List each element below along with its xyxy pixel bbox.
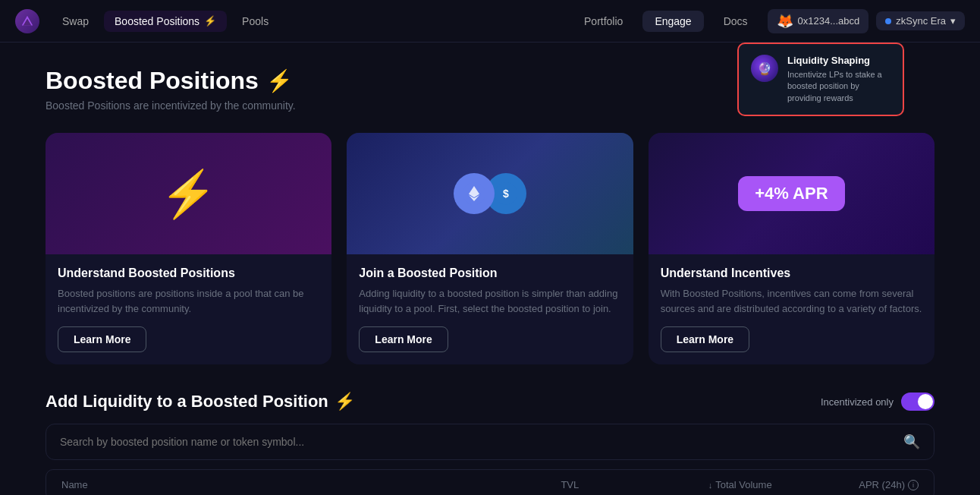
nav-pools[interactable]: Pools bbox=[231, 11, 279, 32]
navbar: Swap Boosted Positions ⚡ Pools Portfolio… bbox=[0, 0, 980, 43]
col-name-header: Name bbox=[61, 479, 432, 490]
col-tvl-header: TVL bbox=[440, 479, 579, 490]
card-incentives-desc: With Boosted Positions, incentives can c… bbox=[661, 286, 922, 316]
liquidity-shaping-tooltip: 🔮 Liquidity Shaping Incentivize LPs to s… bbox=[737, 43, 904, 116]
col-apr-header: APR (24h) i bbox=[780, 479, 919, 490]
card-join-desc: Adding liquidity to a boosted position i… bbox=[359, 286, 620, 316]
apr-badge: +4% APR bbox=[738, 176, 844, 211]
tooltip-orb-icon: 🔮 bbox=[751, 55, 778, 82]
eth-coin-icon bbox=[454, 173, 495, 214]
chain-chevron-icon: ▾ bbox=[950, 15, 956, 27]
search-bar: 🔍 bbox=[46, 424, 934, 460]
add-liquidity-title: Add Liquidity to a Boosted Position ⚡ bbox=[46, 392, 355, 411]
chain-label: zkSync Era bbox=[896, 15, 946, 27]
wallet-address-text: 0x1234...abcd bbox=[798, 15, 860, 27]
toggle-row: Incentivized only bbox=[821, 393, 934, 411]
bolt-large-icon: ⚡ bbox=[160, 167, 217, 221]
card-understand-boosted: ⚡ Understand Boosted Positions Boosted p… bbox=[46, 133, 331, 364]
col-volume-header: ↓ Total Volume bbox=[586, 479, 771, 490]
coin-pair-icons: $ bbox=[454, 173, 526, 214]
card-understand-title: Understand Boosted Positions bbox=[58, 266, 319, 280]
tooltip-title: Liquidity Shaping bbox=[787, 55, 890, 66]
wallet-icon: 🦊 bbox=[777, 13, 793, 30]
nav-boosted[interactable]: Boosted Positions ⚡ bbox=[104, 11, 227, 32]
card-incentives-title: Understand Incentives bbox=[661, 266, 922, 280]
card-understand-incentives: +4% APR Understand Incentives With Boost… bbox=[649, 133, 934, 364]
card-understand-desc: Boosted positions are positions inside a… bbox=[58, 286, 319, 316]
chain-selector[interactable]: zkSync Era ▾ bbox=[876, 11, 965, 30]
nav-right: Portfolio Engage Docs 🦊 0x1234...abcd zk… bbox=[572, 9, 965, 33]
nav-swap[interactable]: Swap bbox=[52, 11, 99, 32]
search-icon[interactable]: 🔍 bbox=[903, 434, 920, 450]
info-cards-row: ⚡ Understand Boosted Positions Boosted p… bbox=[46, 133, 934, 364]
search-input[interactable] bbox=[60, 436, 896, 448]
card-join-title: Join a Boosted Position bbox=[359, 266, 620, 280]
card-join-image: $ bbox=[347, 133, 633, 254]
learn-more-button-1[interactable]: Learn More bbox=[359, 326, 448, 352]
sort-arrow-icon: ↓ bbox=[708, 481, 713, 490]
page-title-bolt-icon: ⚡ bbox=[266, 68, 293, 93]
card-incentives-image: +4% APR bbox=[649, 133, 934, 254]
card-join-boosted: $ Join a Boosted Position Adding liquidi… bbox=[347, 133, 633, 364]
table-header: Name TVL ↓ Total Volume APR (24h) i bbox=[46, 469, 934, 495]
learn-more-button-2[interactable]: Learn More bbox=[661, 326, 749, 352]
tooltip-description: Incentivize LPs to stake a boosted posit… bbox=[787, 69, 890, 104]
toggle-thumb bbox=[918, 394, 933, 409]
nav-docs[interactable]: Docs bbox=[711, 11, 760, 32]
apr-info-icon[interactable]: i bbox=[908, 480, 919, 490]
wallet-address-badge[interactable]: 🦊 0x1234...abcd bbox=[768, 9, 869, 33]
nav-portfolio[interactable]: Portfolio bbox=[572, 11, 635, 32]
section-bolt-icon: ⚡ bbox=[335, 392, 355, 411]
learn-more-button-0[interactable]: Learn More bbox=[58, 326, 146, 352]
app-logo[interactable] bbox=[15, 9, 39, 33]
add-liquidity-section-header: Add Liquidity to a Boosted Position ⚡ In… bbox=[46, 392, 934, 411]
toggle-label: Incentivized only bbox=[821, 396, 894, 408]
svg-text:$: $ bbox=[503, 188, 509, 200]
nav-bolt-icon: ⚡ bbox=[204, 15, 216, 27]
nav-engage[interactable]: Engage bbox=[642, 11, 703, 32]
chain-dot-icon bbox=[885, 18, 891, 24]
incentivized-toggle[interactable] bbox=[901, 393, 934, 411]
card-understand-image: ⚡ bbox=[46, 133, 331, 254]
